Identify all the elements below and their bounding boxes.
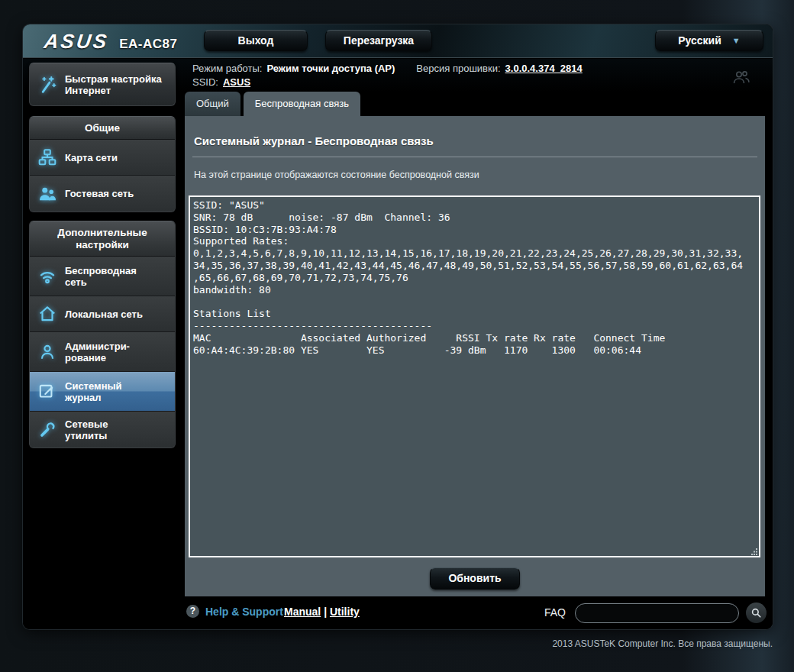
search-icon [750,607,762,619]
mode-value: Режим точки доступа (AP) [266,63,395,74]
header-band: ASUS EA-AC87 Выход Перезагрузка Русский … [23,24,773,58]
ssid-label: SSID: [192,76,218,88]
home-icon [30,304,65,324]
sidebar-item-label: Системный журнал [65,380,150,403]
sidebar-item-label: Беспроводная сеть [65,265,150,288]
faq-label: FAQ [544,606,566,619]
page-description: На этой странице отображаются состояние … [194,170,756,180]
logout-button[interactable]: Выход [204,30,308,51]
sidebar-item-guest-network[interactable]: Гостевая сеть [30,176,175,212]
resize-grip-icon[interactable] [750,548,758,555]
sidebar-group-advanced: Дополнительные настройки Беспроводная се… [29,221,176,448]
faq-search-button[interactable] [746,603,767,623]
admin-icon [30,342,65,362]
reboot-button[interactable]: Перезагрузка [325,30,432,51]
model-label: EA-AC87 [119,37,177,52]
firmware-label: Версия прошивки: [416,63,500,74]
sidebar-group-general: Общие Карта сети [29,116,176,212]
sidebar-item-network-tools[interactable]: Сетевые утилиты [30,412,175,447]
mode-label: Режим работы: [192,63,262,74]
tab-bar: Общий Беспроводная связь [185,92,360,116]
sidebar: Быстрая настройка Интернет Общие Карта с… [29,63,176,448]
ssid-row: SSID:ASUS [192,76,250,88]
sidebar-item-label: Администри-рование [65,341,150,363]
refresh-button[interactable]: Обновить [430,567,520,590]
tab-wireless[interactable]: Беспроводная связь [244,92,360,116]
asus-logo: ASUS [43,30,111,53]
title-divider [192,157,757,157]
sidebar-item-label: Карта сети [65,152,118,163]
sidebar-item-label: Локальная сеть [65,309,143,320]
utility-link[interactable]: Utility [330,606,360,618]
wrench-icon [30,420,65,440]
guest-network-icon [30,184,65,204]
syslog-icon [30,382,65,402]
ssid-link[interactable]: ASUS [223,76,250,88]
page-title: Системный журнал - Беспроводная связь [194,134,756,147]
sidebar-item-wireless[interactable]: Беспроводная сеть [30,257,175,296]
quick-setup-button[interactable]: Быстрая настройка Интернет [29,63,176,106]
group-title-general: Общие [30,117,175,140]
tab-general[interactable]: Общий [185,92,240,116]
chevron-down-icon: ▼ [732,36,741,45]
window-footer: ? Help & Support Manual | Utility FAQ [23,596,773,629]
sidebar-item-administration[interactable]: Администри-рование [30,332,175,372]
clients-icon[interactable] [731,69,751,86]
sidebar-item-system-log[interactable]: Системный журнал [30,372,175,412]
question-icon: ? [186,605,199,618]
copyright: 2013 ASUSTeK Computer Inc. Все права защ… [552,638,773,649]
active-item-arrow [175,382,176,402]
sidebar-item-lan[interactable]: Локальная сеть [30,296,175,332]
sitemap-icon [30,147,65,167]
group-title-advanced: Дополнительные настройки [30,221,175,257]
quick-setup-label: Быстрая настройка Интернет [65,73,164,96]
wireless-icon [30,267,65,286]
mode-row: Режим работы:Режим точки доступа (AP)Вер… [192,63,583,74]
sidebar-item-label: Сетевые утилиты [65,418,150,441]
router-admin-window: ASUS EA-AC87 Выход Перезагрузка Русский … [23,24,773,629]
log-text: SSID: "ASUS" SNR: 78 dB noise: -87 dBm C… [190,197,759,358]
language-value: Русский [678,34,721,47]
log-textarea[interactable]: SSID: "ASUS" SNR: 78 dB noise: -87 dBm C… [189,195,760,557]
brand-area: ASUS EA-AC87 [44,30,178,53]
manual-link[interactable]: Manual [284,606,321,618]
link-separator: | [324,606,327,618]
sidebar-item-network-map[interactable]: Карта сети [30,140,175,176]
content-panel: Системный журнал - Беспроводная связь На… [185,116,765,596]
wand-icon [30,74,65,95]
sidebar-item-label: Гостевая сеть [65,188,134,199]
page: { "header": { "brand": "ASUS", "model": … [0,0,794,672]
firmware-link[interactable]: 3.0.0.4.374_2814 [505,63,583,74]
faq-search-input[interactable] [575,603,739,623]
language-select[interactable]: Русский ▼ [655,30,763,51]
help-support-link[interactable]: Help & Support [205,606,283,618]
doc-links: Manual | Utility [284,606,360,618]
